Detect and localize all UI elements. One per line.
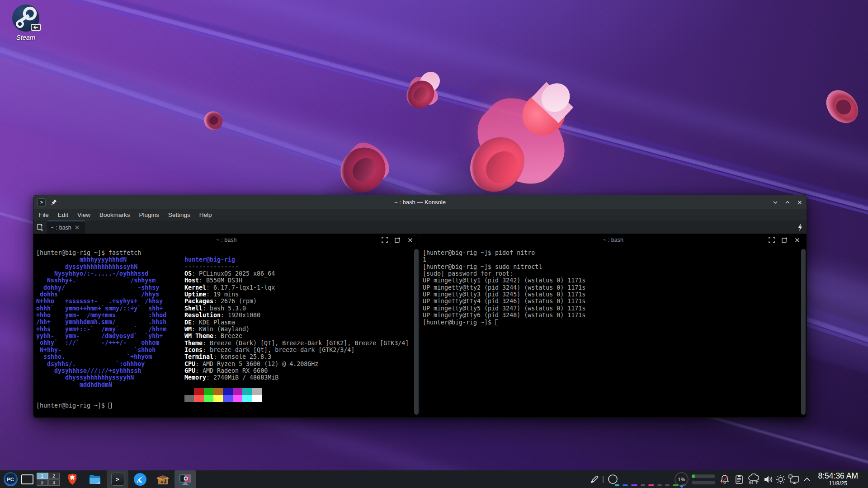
speaker-icon	[763, 474, 774, 485]
menu-settings[interactable]: Settings	[164, 209, 195, 221]
close-pane-icon[interactable]	[794, 237, 800, 243]
menu-view[interactable]: View	[73, 209, 95, 221]
circle-icon	[608, 474, 618, 484]
fastfetch-info-row: GPU: AMD Radeon RX 6600	[184, 367, 268, 374]
desktop-2[interactable]: 2	[48, 473, 60, 479]
prompt-line: [hunter@big-rig ~]$	[36, 402, 112, 409]
desktop-3[interactable]: 3	[37, 479, 48, 486]
fastfetch-info-row: Terminal: konsole 25.8.3	[184, 353, 271, 360]
spectacle-icon	[179, 473, 192, 486]
window-titlebar[interactable]: > ~ : bash — Konsole	[33, 195, 807, 209]
tab-bar: ~ : bash	[33, 221, 807, 234]
konsole-icon: >	[111, 473, 124, 486]
terminal-pane-right[interactable]: ~ : bash [hunter@big-rig ~]$ pidof nitro…	[420, 234, 807, 418]
show-desktop-icon	[21, 474, 33, 484]
fastfetch-info-row: DE: KDE Plasma	[184, 319, 235, 326]
tray-indicator-dash	[631, 484, 637, 486]
menu-plugins[interactable]: Plugins	[135, 209, 164, 221]
tab-bash[interactable]: ~ : bash	[47, 221, 85, 234]
cpu-percent-label: 1%	[678, 477, 685, 482]
terminal-content-right[interactable]: [hunter@big-rig ~]$ pidof nitro1[hunter@…	[420, 246, 807, 418]
terminal-line: UP mingetty@tty6 (pid 3248) (wstatus 0) …	[423, 312, 585, 319]
tray-indicator-dash	[665, 484, 670, 486]
terminal-line: [hunter@big-rig ~]$ sudo nitroctl	[423, 263, 542, 270]
terminal-cursor	[495, 319, 498, 325]
expand-pane-icon[interactable]	[382, 237, 388, 243]
tab-close-icon[interactable]	[75, 225, 80, 230]
tray-weather[interactable]: 64 °F	[746, 470, 761, 488]
fastfetch-info-row: CPU: AMD Ryzen 5 3600 (12) @ 4.208GHz	[184, 361, 318, 367]
tray-indicator-dash	[682, 484, 686, 486]
task-konsole[interactable]: >	[107, 470, 128, 488]
menu-edit[interactable]: Edit	[53, 209, 73, 221]
desktop-1[interactable]: 1	[37, 473, 48, 479]
dolphin-icon	[88, 473, 102, 486]
task-kde-app[interactable]	[129, 470, 151, 488]
clock-time: 8:54:36 AM	[818, 471, 858, 480]
task-brave[interactable]	[61, 470, 83, 488]
pane-title: ~ : bash	[217, 237, 237, 243]
terminal-line: [hunter@big-rig ~]$	[423, 319, 498, 326]
weather-temp-label: 64 °F	[749, 480, 759, 485]
task-package-manager[interactable]: ♠	[152, 470, 174, 488]
app-menu-button[interactable]: PC	[2, 470, 19, 488]
bell-slash-icon	[719, 474, 730, 485]
package-icon: ♠	[156, 473, 170, 486]
konsole-window: > ~ : bash — Konsole FileEditViewBookmar…	[33, 195, 807, 418]
slider-top[interactable]	[692, 474, 715, 478]
menu-bookmarks[interactable]: Bookmarks	[95, 209, 135, 221]
scrollbar-left[interactable]	[414, 249, 419, 415]
tray-notifications[interactable]	[718, 470, 731, 488]
scrollbar-right[interactable]	[801, 249, 806, 415]
terminal-pane-left[interactable]: ~ : bash [hunter@big-rig ~]$ fastfetch m…	[33, 234, 420, 418]
fastfetch-info-row: Resolution: 868x488	[184, 312, 260, 319]
annotate-tool[interactable]	[588, 470, 601, 488]
close-pane-icon[interactable]	[407, 237, 413, 243]
fastfetch-ascii-logo: mhhhyyyyhhhdN dyssyhhhhhhhhhhssyhN Nysyh…	[36, 256, 166, 388]
terminal-line: UP mingetty@tty3 (pid 3245) (wstatus 0) …	[423, 291, 585, 298]
pane-title: ~ : bash	[603, 237, 623, 243]
fastfetch-info-row: Shell: bash 5.3.0	[184, 305, 246, 312]
shortcut-emblem	[31, 24, 41, 31]
steam-desktop-icon[interactable]: Steam	[10, 4, 42, 41]
brave-icon	[66, 473, 79, 486]
detach-pane-icon[interactable]	[781, 237, 788, 244]
window-title: ~ : bash — Konsole	[33, 199, 807, 206]
minimize-button[interactable]	[772, 199, 778, 206]
terminal-cursor	[108, 403, 112, 408]
desktop-4[interactable]: 4	[48, 479, 60, 486]
terminal-content-left[interactable]: [hunter@big-rig ~]$ fastfetch mhhhyyyyhh…	[33, 246, 420, 418]
virtual-desktop-pager[interactable]: 1234	[35, 470, 61, 488]
show-desktop-button[interactable]	[19, 470, 35, 488]
tray-volume[interactable]	[761, 470, 775, 488]
fastfetch-info-row: Packages: 2676 (rpm)	[184, 298, 257, 305]
new-tab-button[interactable]	[33, 221, 47, 234]
terminal-line: UP mingetty@tty1 (pid 3242) (wstatus 0) …	[423, 277, 585, 284]
tray-expand[interactable]	[801, 470, 813, 488]
tray-indicator-dash	[623, 484, 628, 486]
expand-pane-icon[interactable]	[769, 237, 775, 243]
fastfetch-color-swatches	[184, 388, 262, 395]
menu-file[interactable]: File	[34, 209, 53, 221]
digital-clock[interactable]: 8:54:36 AM 11/8/25	[818, 471, 858, 487]
maximize-button[interactable]	[784, 199, 791, 206]
tray-clipboard[interactable]	[732, 470, 746, 488]
fastfetch-user: hunter@big-rig	[184, 256, 235, 263]
menu-help[interactable]: Help	[195, 209, 217, 221]
slider-bottom[interactable]	[692, 481, 715, 484]
bolt-icon[interactable]	[797, 221, 803, 234]
fastfetch-info-row: Icons: breeze-dark [Qt], breeze-dark [GT…	[184, 347, 354, 353]
pane-header-left: ~ : bash	[33, 234, 420, 246]
terminal-line: UP mingetty@tty2 (pid 3244) (wstatus 0) …	[423, 284, 585, 291]
task-spectacle[interactable]	[175, 470, 196, 488]
task-dolphin[interactable]	[84, 470, 106, 488]
tray-brightness[interactable]	[774, 470, 788, 488]
detach-pane-icon[interactable]	[394, 237, 401, 244]
terminal-line: 1	[423, 256, 426, 263]
fastfetch-separator: ---------------	[184, 263, 239, 270]
tray-network[interactable]	[787, 470, 801, 488]
kde-app-icon	[133, 473, 147, 486]
tray-indicator-dash	[641, 484, 645, 486]
terminal-line: UP mingetty@tty4 (pid 3246) (wstatus 0) …	[423, 298, 585, 305]
close-button[interactable]	[797, 199, 803, 206]
